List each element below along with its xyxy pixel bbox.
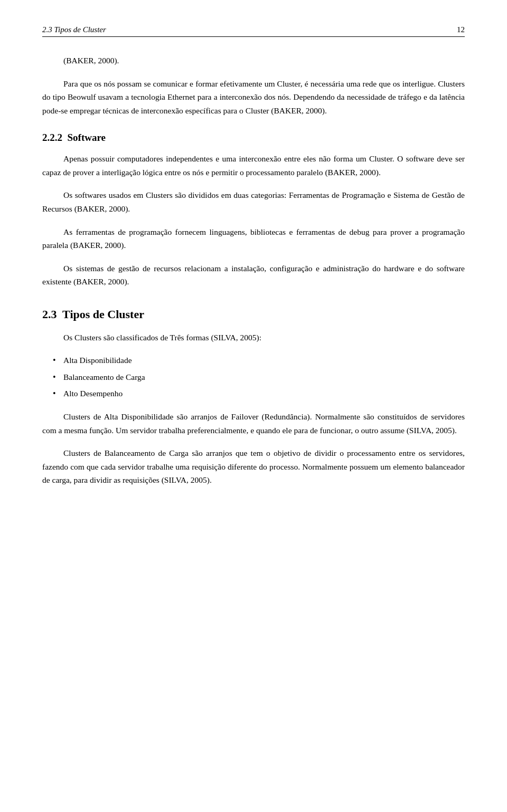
header-section-title: 2.3 Tipos de Cluster	[42, 25, 106, 34]
subsection-222-heading: 2.2.2 Software	[42, 132, 465, 144]
section-23-heading: 2.3 Tipos de Cluster	[42, 308, 465, 321]
section-23-para1: Os Clusters são classificados de Três fo…	[42, 331, 465, 345]
page: 2.3 Tipos de Cluster 12 (BAKER, 2000). P…	[0, 0, 507, 812]
list-item-balanceamento: Balanceamento de Carga	[53, 370, 465, 384]
section-23-number: 2.3	[42, 308, 57, 321]
list-item-alta-disponibilidade: Alta Disponibilidade	[53, 354, 465, 367]
subsection-222-title: Software	[68, 132, 106, 143]
paragraph-baker-intro: (BAKER, 2000).	[42, 54, 465, 68]
subsection-222-para4: Os sistemas de gestão de recursos relaci…	[42, 262, 465, 289]
list-item-alto-desempenho: Alto Desempenho	[53, 387, 465, 400]
subsection-222-para2: Os softwares usados em Clusters são divi…	[42, 188, 465, 215]
section-23-para2: Clusters de Alta Disponibilidade são arr…	[42, 410, 465, 437]
section-23-para3: Clusters de Balanceamento de Carga são a…	[42, 446, 465, 487]
cluster-types-list: Alta Disponibilidade Balanceamento de Ca…	[42, 354, 465, 400]
header-page-number: 12	[457, 25, 465, 34]
subsection-222-number: 2.2.2	[42, 132, 62, 143]
subsection-222-para3: As ferramentas de programação fornecem l…	[42, 225, 465, 252]
section-23-title: Tipos de Cluster	[62, 308, 144, 321]
paragraph-network-intro: Para que os nós possam se comunicar e fo…	[42, 77, 465, 118]
page-header: 2.3 Tipos de Cluster 12	[42, 25, 465, 37]
subsection-222-para1: Apenas possuir computadores independente…	[42, 152, 465, 179]
